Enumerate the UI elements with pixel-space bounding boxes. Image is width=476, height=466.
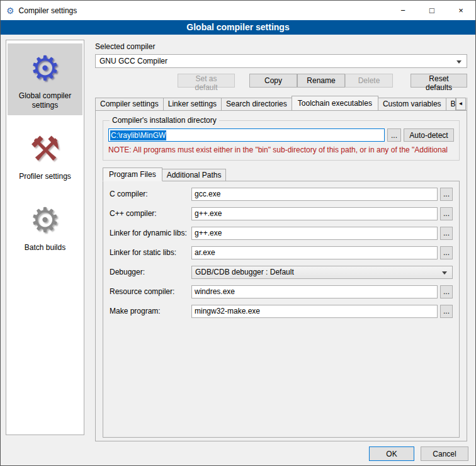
delete-button[interactable]: Delete <box>345 74 393 88</box>
minimize-button[interactable]: − <box>388 1 417 20</box>
cpp-compiler-row: C++ compiler: ... <box>110 207 453 220</box>
rename-button[interactable]: Rename <box>297 74 345 88</box>
subtab-additional-paths[interactable]: Additional Paths <box>162 169 227 181</box>
tab-compiler-settings[interactable]: Compiler settings <box>95 98 164 110</box>
ok-button[interactable]: OK <box>369 446 414 461</box>
resource-compiler-browse-button[interactable]: ... <box>440 285 453 298</box>
installation-directory-groupbox: Compiler's installation directory C:\ray… <box>103 116 460 161</box>
page-title: Global compiler settings <box>1 20 475 35</box>
compiler-actions: Set as default Copy Rename Delete Reset … <box>95 74 467 88</box>
compiler-settings-window: ⚙ Compiler settings − □ × Global compile… <box>0 0 476 466</box>
dynamic-linker-row: Linker for dynamic libs: ... <box>110 226 453 240</box>
tab-linker-settings[interactable]: Linker settings <box>163 98 222 110</box>
cancel-button[interactable]: Cancel <box>421 446 468 461</box>
copy-button[interactable]: Copy <box>249 74 297 88</box>
settings-category-list: ⚙ Global compiler settings ⚒ Profiler se… <box>6 40 84 435</box>
cpp-compiler-label: C++ compiler: <box>110 209 191 218</box>
window-title: Compiler settings <box>19 6 77 15</box>
sidebar-item-global-compiler-settings[interactable]: ⚙ Global compiler settings <box>8 43 82 115</box>
tab-scroll-left-icon[interactable]: ◄ <box>456 98 466 110</box>
debugger-value: GDB/CDB debugger : Default <box>195 268 294 276</box>
titlebar[interactable]: ⚙ Compiler settings − □ × <box>1 1 475 20</box>
program-files-panel: C compiler: ... C++ compiler: ... Linker… <box>103 181 460 438</box>
dynamic-linker-browse-button[interactable]: ... <box>440 227 453 240</box>
selected-compiler-value: GNU GCC Compiler <box>99 57 167 65</box>
make-program-label: Make program: <box>110 307 191 315</box>
subtab-program-files[interactable]: Program Files <box>103 168 162 181</box>
make-program-browse-button[interactable]: ... <box>440 305 453 318</box>
maximize-button[interactable]: □ <box>417 1 446 20</box>
installation-directory-row: C:\raylib\MinGW ... Auto-detect <box>108 128 454 142</box>
tab-scrollers: ◄ ► <box>456 98 467 110</box>
static-linker-input[interactable] <box>191 246 438 259</box>
sidebar-item-label: Batch builds <box>9 243 81 253</box>
c-compiler-browse-button[interactable]: ... <box>440 188 453 201</box>
sidebar-item-batch-builds[interactable]: ⚙ Batch builds <box>8 195 82 258</box>
cpp-compiler-input[interactable] <box>191 207 438 220</box>
installation-directory-label: Compiler's installation directory <box>110 116 219 125</box>
static-linker-row: Linker for static libs: ... <box>110 246 453 259</box>
c-compiler-input[interactable] <box>191 188 438 201</box>
debugger-label: Debugger: <box>110 268 191 276</box>
debugger-row: Debugger: GDB/CDB debugger : Default <box>110 265 453 279</box>
selected-compiler-label: Selected compiler <box>95 42 467 51</box>
toolchain-executables-panel: Compiler's installation directory C:\ray… <box>95 110 467 441</box>
sidebar-item-label: Profiler settings <box>9 172 81 181</box>
browse-directory-button[interactable]: ... <box>387 128 401 142</box>
gears-icon: ⚙ <box>9 200 81 240</box>
profiler-tool-icon: ⚒ <box>9 128 81 169</box>
tab-custom-variables[interactable]: Custom variables <box>378 98 446 110</box>
resource-compiler-row: Resource compiler: ... <box>110 285 453 298</box>
static-linker-browse-button[interactable]: ... <box>440 246 453 259</box>
c-compiler-row: C compiler: ... <box>110 187 453 201</box>
reset-defaults-button[interactable]: Reset defaults <box>411 74 467 88</box>
resource-compiler-input[interactable] <box>191 285 438 298</box>
gear-icon: ⚙ <box>9 48 81 88</box>
sidebar-item-profiler-settings[interactable]: ⚒ Profiler settings <box>8 124 82 186</box>
tab-scroll-right-icon[interactable]: ► <box>467 98 467 110</box>
close-button[interactable]: × <box>446 1 475 20</box>
settings-tabstrip: Compiler settings Linker settings Search… <box>95 95 467 110</box>
caption-buttons: − □ × <box>388 1 475 20</box>
installation-note: NOTE: All programs must exist either in … <box>108 145 454 154</box>
set-as-default-button[interactable]: Set as default <box>178 74 235 88</box>
app-icon: ⚙ <box>6 6 14 16</box>
chevron-down-icon <box>456 60 462 64</box>
dynamic-linker-input[interactable] <box>191 227 438 240</box>
static-linker-label: Linker for static libs: <box>110 248 191 257</box>
tab-search-directories[interactable]: Search directories <box>221 98 292 110</box>
programs-subtabstrip: Program Files Additional Paths <box>103 167 460 181</box>
tab-build-options[interactable]: Buil <box>446 98 456 110</box>
make-program-row: Make program: ... <box>110 304 453 318</box>
selected-compiler-dropdown[interactable]: GNU GCC Compiler <box>95 54 467 68</box>
cpp-compiler-browse-button[interactable]: ... <box>440 207 453 220</box>
debugger-dropdown[interactable]: GDB/CDB debugger : Default <box>191 266 453 279</box>
chevron-down-icon <box>442 271 447 275</box>
c-compiler-label: C compiler: <box>110 190 191 198</box>
dynamic-linker-label: Linker for dynamic libs: <box>110 229 191 237</box>
sidebar-item-label: Global compiler settings <box>9 91 81 110</box>
selected-path-text: C:\raylib\MinGW <box>110 130 166 140</box>
make-program-input[interactable] <box>191 305 438 318</box>
main-panel: Selected compiler GNU GCC Compiler Set a… <box>95 35 467 441</box>
installation-directory-input[interactable]: C:\raylib\MinGW <box>108 128 385 142</box>
auto-detect-button[interactable]: Auto-detect <box>404 128 454 142</box>
tab-toolchain-executables[interactable]: Toolchain executables <box>292 96 378 110</box>
resource-compiler-label: Resource compiler: <box>110 287 191 296</box>
